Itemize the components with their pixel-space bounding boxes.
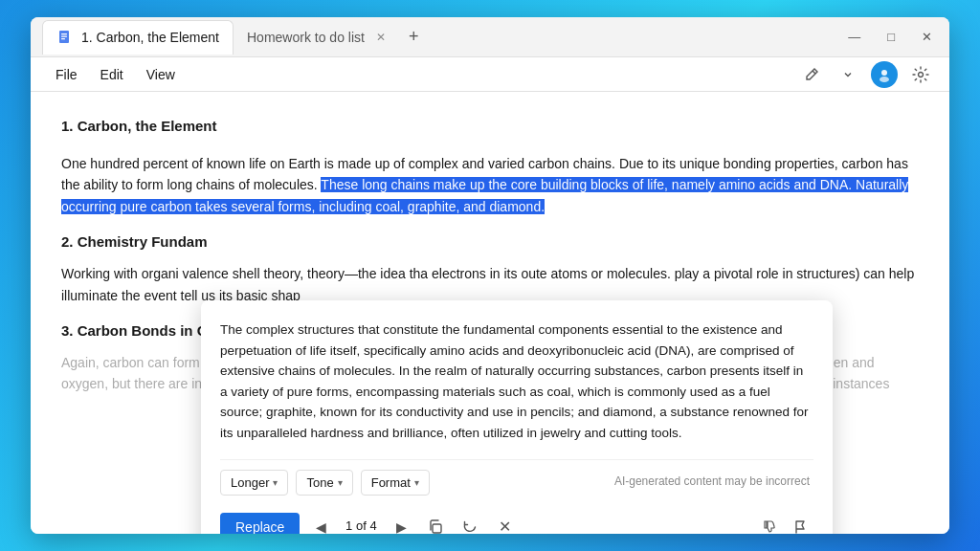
menu-edit[interactable]: Edit (91, 63, 133, 86)
flag-icon[interactable] (787, 514, 813, 534)
svg-rect-7 (433, 524, 441, 533)
svg-rect-2 (61, 36, 67, 37)
new-tab-button[interactable]: + (403, 27, 425, 47)
content-area: 1. Carbon, the Element One hundred perce… (31, 92, 949, 534)
svg-rect-1 (61, 33, 67, 34)
ai-disclaimer: AI-generated content may be incorrect (614, 473, 810, 491)
prev-button[interactable]: ◀ (307, 514, 334, 534)
doc-title: 1. Carbon, the Element (61, 115, 919, 138)
tab-homework[interactable]: Homework to do list ✕ (234, 20, 403, 55)
toolbar-right (798, 61, 934, 88)
longer-chevron: ▾ (273, 477, 278, 488)
refresh-button[interactable] (457, 514, 483, 534)
menu-view[interactable]: View (137, 63, 185, 86)
ai-disclaimer-area: AI-generated content may be incorrect (614, 473, 813, 491)
svg-point-6 (919, 72, 924, 77)
page-indicator: 1 of 4 (342, 517, 380, 534)
longer-dropdown[interactable]: Longer ▾ (220, 470, 288, 496)
svg-rect-3 (61, 38, 65, 39)
copy-button[interactable] (422, 514, 449, 534)
tab-homework-close[interactable]: ✕ (372, 29, 390, 46)
ai-popup-text: The complex structures that constitute t… (220, 320, 813, 444)
window-controls: — □ ✕ (842, 26, 938, 48)
dismiss-button[interactable]: ✕ (491, 514, 518, 534)
pen-icon[interactable] (798, 61, 825, 88)
replace-button[interactable]: Replace (220, 513, 300, 534)
tone-dropdown[interactable]: Tone ▾ (296, 470, 352, 496)
menu-bar: File Edit View (31, 57, 949, 92)
ai-popup: The complex structures that constitute t… (201, 300, 833, 534)
right-icons (756, 514, 813, 534)
format-dropdown[interactable]: Format ▾ (361, 470, 430, 496)
title-bar: 1. Carbon, the Element Homework to do li… (31, 17, 949, 57)
maximize-button[interactable]: □ (881, 26, 901, 48)
app-window: 1. Carbon, the Element Homework to do li… (31, 17, 949, 534)
svg-point-4 (881, 70, 887, 76)
tone-chevron: ▾ (338, 477, 343, 488)
chevron-down-icon[interactable] (835, 61, 861, 88)
section-2-heading: 2. Chemistry Fundam (61, 231, 919, 253)
tab-main[interactable]: 1. Carbon, the Element (42, 20, 234, 55)
avatar[interactable] (871, 61, 898, 88)
document-icon (56, 29, 74, 46)
menu-file[interactable]: File (46, 63, 87, 86)
close-button[interactable]: ✕ (916, 26, 938, 48)
paragraph-1: One hundred percent of known life on Ear… (61, 153, 919, 217)
svg-point-5 (880, 77, 889, 82)
format-chevron: ▾ (414, 477, 419, 488)
minimize-button[interactable]: — (842, 26, 866, 48)
tab-homework-label: Homework to do list (247, 30, 365, 45)
settings-icon[interactable] (907, 61, 934, 88)
action-row: Replace ◀ 1 of 4 ▶ ✕ (220, 503, 813, 534)
tab-main-label: 1. Carbon, the Element (81, 30, 219, 45)
next-button[interactable]: ▶ (388, 514, 414, 534)
thumbs-down-icon[interactable] (756, 514, 783, 534)
